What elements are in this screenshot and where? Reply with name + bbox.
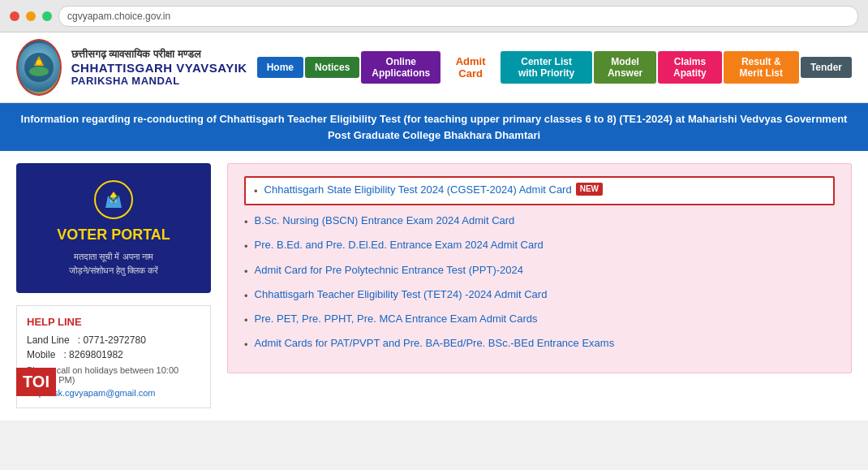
banner-line2: Post Graduate College Bhakhara Dhamtari	[16, 127, 852, 144]
main-content: VOTER PORTAL मतदाता सूची में अपना नाम जो…	[0, 151, 868, 420]
site-header: छत्तीसगढ़ व्यावसायिक परीक्षा मण्डल CHHAT…	[0, 32, 868, 103]
notice-bullet-3: •	[244, 239, 248, 254]
notice-link-6[interactable]: Pre. PET, Pre. PPHT, Pre. MCA Entrance E…	[255, 312, 538, 326]
svg-point-3	[37, 60, 41, 65]
notice-bullet-1: •	[254, 184, 258, 199]
nav-notices-button[interactable]: Notices	[305, 57, 359, 78]
navbar: Home Notices Online Applications Admit C…	[257, 50, 852, 84]
nav-result-button[interactable]: Result & Merit List	[724, 51, 799, 84]
notices-box: • Chhattisgarh State Eligibility Test 20…	[227, 163, 852, 373]
org-name: छत्तीसगढ़ व्यावसायिक परीक्षा मण्डल CHHAT…	[71, 48, 247, 87]
nav-claims-button[interactable]: Claims Apatity	[658, 51, 721, 84]
left-panel: VOTER PORTAL मतदाता सूची में अपना नाम जो…	[16, 163, 211, 408]
notice-link-4[interactable]: Admit Card for Pre Polytechnic Entrance …	[255, 263, 523, 278]
voter-portal-hindi: मतदाता सूची में अपना नाम जोड़ने/संशोधन ह…	[32, 250, 195, 277]
new-badge-1: NEW	[576, 183, 603, 196]
notice-item-highlighted[interactable]: • Chhattisgarh State Eligibility Test 20…	[244, 176, 835, 205]
banner-line1: Information regarding re-conducting of C…	[16, 111, 852, 127]
logo-svg	[23, 51, 55, 84]
nav-tender-button[interactable]: Tender	[801, 57, 852, 78]
notice-bullet-4: •	[244, 265, 248, 279]
notice-link-5[interactable]: Chhattisgarh Teacher Eligibility Test (T…	[255, 287, 548, 302]
nav-online-button[interactable]: Online Applications	[361, 51, 440, 84]
notice-link-7[interactable]: Admit Cards for PAT/PVPT and Pre. BA-BEd…	[255, 336, 615, 351]
org-english-sub: PARIKSHA MANDAL	[71, 75, 247, 87]
voter-portal-title: VOTER PORTAL	[32, 226, 195, 244]
helpline-landline: Land Line : 0771-2972780	[27, 334, 200, 346]
notice-link-3[interactable]: Pre. B.Ed. and Pre. D.El.Ed. Entrance Ex…	[255, 238, 544, 252]
notice-bullet-7: •	[244, 338, 248, 352]
list-item: • Chhattisgarh Teacher Eligibility Test …	[244, 287, 835, 304]
nav-admit-button[interactable]: Admit Card	[442, 50, 499, 84]
nav-model-button[interactable]: Model Answer	[594, 51, 656, 84]
helpline-mobile: Mobile : 8269801982	[27, 349, 200, 360]
address-bar[interactable]: cgvyapam.choice.gov.in	[58, 6, 858, 27]
voter-icon	[93, 179, 134, 220]
org-english-main: CHHATTISGARH VYAVSAYIK	[71, 61, 247, 75]
helpline-title: HELP LINE	[27, 316, 200, 328]
voter-portal-box[interactable]: VOTER PORTAL मतदाता सूची में अपना नाम जो…	[16, 163, 211, 293]
list-item: • B.Sc. Nursing (BSCN) Entrance Exam 202…	[244, 213, 835, 230]
nav-home-button[interactable]: Home	[257, 57, 303, 78]
list-item: • Pre. B.Ed. and Pre. D.El.Ed. Entrance …	[244, 238, 835, 254]
list-item: • Admit Card for Pre Polytechnic Entranc…	[244, 263, 835, 279]
info-banner: Information regarding re-conducting of C…	[0, 103, 868, 151]
voter-svg	[93, 179, 134, 220]
address-text: cgvyapam.choice.gov.in	[67, 11, 170, 22]
notice-link-2[interactable]: B.Sc. Nursing (BSCN) Entrance Exam 2024 …	[255, 213, 515, 228]
list-item: • Admit Cards for PAT/PVPT and Pre. BA-B…	[244, 336, 835, 352]
notice-bullet-2: •	[244, 215, 248, 230]
nav-center-button[interactable]: Center List with Priority	[501, 51, 592, 84]
site-logo	[16, 39, 62, 96]
svg-point-1	[29, 67, 49, 76]
notice-link-1[interactable]: Chhattisgarh State Eligibility Test 2024…	[264, 183, 572, 197]
right-panel: • Chhattisgarh State Eligibility Test 20…	[227, 163, 852, 408]
notice-bullet-5: •	[244, 289, 248, 304]
toi-badge: TOI	[16, 368, 56, 396]
org-hindi: छत्तीसगढ़ व्यावसायिक परीक्षा मण्डल	[71, 48, 247, 61]
list-item: • Pre. PET, Pre. PPHT, Pre. MCA Entrance…	[244, 312, 835, 328]
browser-bar: cgvyapam.choice.gov.in	[0, 0, 868, 32]
notice-bullet-6: •	[244, 313, 248, 328]
